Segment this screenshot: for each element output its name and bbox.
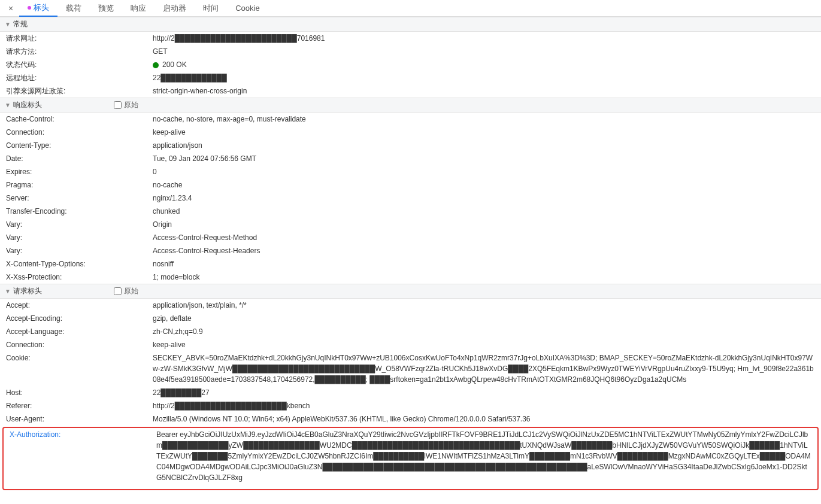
tabs-bar: × 标头 载荷 预览 响应 启动器 时间 Cookie [0,0,821,17]
chevron-down-icon: ▼ [5,21,11,28]
section-request-headers[interactable]: ▼ 请求标头 原始 [0,284,821,299]
x-authorization-label: X-Authorization: [10,429,156,483]
tab-timing[interactable]: 时间 [195,1,227,16]
status-dot-icon [153,62,159,68]
general-rows: 请求网址:http://2████████████████████████701… [0,32,821,98]
section-response-headers[interactable]: ▼ 响应标头 原始 [0,98,821,113]
request-header-rows: Accept:application/json, text/plain, */*… [0,299,821,426]
raw-checkbox[interactable] [114,287,122,295]
response-header-rows: Cache-Control:no-cache, no-store, max-ag… [0,113,821,284]
section-title: 响应标头 [13,100,42,110]
x-authorization-value: Bearer eyJhbGciOiJIUzUxMiJ9.eyJzdWIiOiJ4… [156,429,811,483]
close-icon[interactable]: × [2,1,19,16]
tab-initiator[interactable]: 启动器 [154,1,195,16]
section-title: 常规 [13,19,28,29]
section-general[interactable]: ▼ 常规 [0,17,821,32]
tab-cookies[interactable]: Cookie [227,1,268,15]
tab-headers[interactable]: 标头 [19,0,57,17]
tab-payload[interactable]: 载荷 [57,1,90,16]
tab-preview[interactable]: 预览 [90,1,122,16]
chevron-down-icon: ▼ [5,288,11,294]
raw-checkbox[interactable] [114,101,122,109]
tab-response[interactable]: 响应 [122,1,154,16]
x-authorization-highlight: X-Authorization:Bearer eyJhbGciOiJIUzUxM… [2,427,819,490]
section-title: 请求标头 [13,286,42,296]
chevron-down-icon: ▼ [5,102,11,108]
